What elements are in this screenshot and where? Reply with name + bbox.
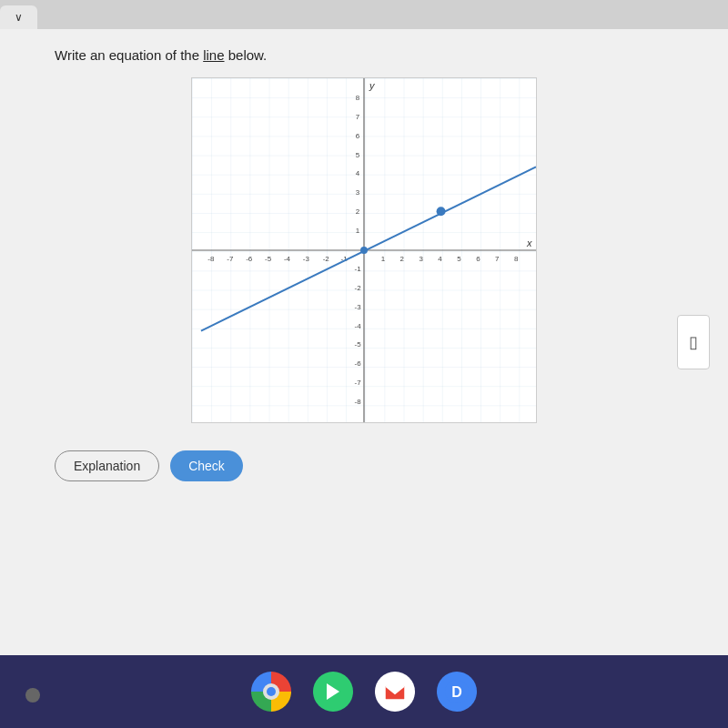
svg-text:8: 8 xyxy=(356,94,360,102)
svg-text:-4: -4 xyxy=(355,322,362,330)
content-area: Write an equation of the line below. xyxy=(0,29,728,655)
svg-text:x: x xyxy=(526,238,532,248)
svg-text:-3: -3 xyxy=(303,255,310,263)
svg-text:-2: -2 xyxy=(355,284,362,292)
svg-text:4: 4 xyxy=(356,169,360,177)
graph-container: y x -1 -2 -3 -4 -5 -6 -7 -8 1 2 3 4 5 6 xyxy=(191,77,537,423)
svg-text:3: 3 xyxy=(356,188,360,197)
svg-text:5: 5 xyxy=(356,151,360,159)
play-store-icon[interactable] xyxy=(313,672,353,712)
svg-text:1: 1 xyxy=(381,255,386,263)
svg-text:-2: -2 xyxy=(323,255,330,263)
svg-text:2: 2 xyxy=(400,255,405,263)
svg-text:7: 7 xyxy=(495,255,500,263)
svg-text:1: 1 xyxy=(356,227,360,235)
svg-text:6: 6 xyxy=(356,132,360,140)
svg-text:2: 2 xyxy=(356,207,360,216)
screen: ∨ Write an equation of the line below. xyxy=(0,0,728,655)
svg-text:-7: -7 xyxy=(355,379,362,387)
svg-text:-3: -3 xyxy=(355,303,362,311)
instruction-text: Write an equation of the line below. xyxy=(55,47,673,63)
svg-text:-5: -5 xyxy=(355,340,362,349)
buttons-row: Explanation Check xyxy=(55,450,673,481)
svg-text:7: 7 xyxy=(356,113,360,121)
svg-point-40 xyxy=(437,207,446,216)
svg-text:3: 3 xyxy=(419,255,423,263)
check-button[interactable]: Check xyxy=(170,450,243,481)
tab-chevron: ∨ xyxy=(15,11,23,24)
side-panel-icon: ▯ xyxy=(689,332,698,352)
svg-text:-8: -8 xyxy=(207,255,215,263)
chrome-icon[interactable] xyxy=(251,672,291,712)
svg-marker-41 xyxy=(327,683,339,700)
tab-bar: ∨ xyxy=(0,0,728,29)
svg-text:-8: -8 xyxy=(355,398,362,406)
taskbar: D xyxy=(0,655,728,728)
drive-icon[interactable]: D xyxy=(437,672,477,712)
browser-tab[interactable]: ∨ xyxy=(0,5,37,29)
svg-text:D: D xyxy=(451,684,462,700)
explanation-button[interactable]: Explanation xyxy=(55,450,159,481)
taskbar-dot xyxy=(25,688,40,703)
gmail-icon[interactable] xyxy=(375,672,415,712)
graph-svg: y x -1 -2 -3 -4 -5 -6 -7 -8 1 2 3 4 5 6 xyxy=(192,78,536,422)
svg-text:6: 6 xyxy=(476,255,480,263)
svg-text:-5: -5 xyxy=(265,255,272,263)
svg-text:4: 4 xyxy=(438,255,442,263)
svg-text:-6: -6 xyxy=(355,359,362,368)
svg-text:-4: -4 xyxy=(284,255,291,263)
svg-text:-1: -1 xyxy=(355,265,362,273)
side-panel: ▯ xyxy=(677,315,710,369)
svg-point-39 xyxy=(360,247,368,254)
svg-text:5: 5 xyxy=(457,255,461,263)
svg-text:8: 8 xyxy=(514,255,519,263)
svg-text:-6: -6 xyxy=(246,255,253,263)
svg-text:-7: -7 xyxy=(227,255,234,263)
